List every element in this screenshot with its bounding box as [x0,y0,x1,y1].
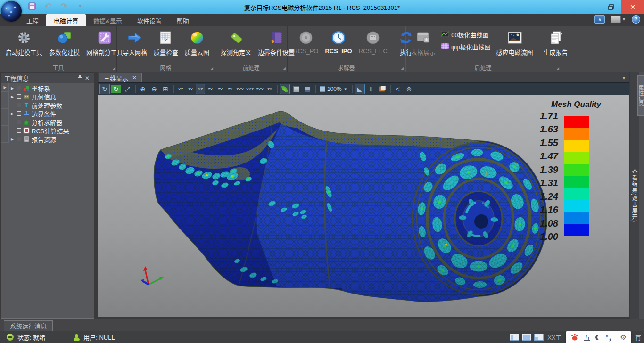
checkbox[interactable] [17,111,21,116]
refresh-view-icon[interactable]: ↻ [111,85,121,93]
display-style-dropdown-icon[interactable]: ▼ [622,17,626,22]
close-panel-icon[interactable]: ✕ [83,75,91,82]
system-messages-tab[interactable]: 系统运行消息 [4,320,53,331]
dialog-launcher-icon[interactable]: ◢ [112,66,115,71]
view-yxz-icon[interactable]: YXZ [245,84,255,94]
stop-icon[interactable]: ⊗ [404,84,414,94]
psi-polarization-curve-button[interactable]: ψψ极化曲线图 [441,42,491,51]
capture-image-icon[interactable] [377,84,388,94]
tab-em-compute[interactable]: 电磁计算 [46,14,86,26]
tree-item-rcs-results[interactable]: RCS计算结果 [9,126,94,135]
tab-data-display[interactable]: 数据&显示 [86,14,130,26]
checkbox[interactable] [17,120,21,124]
tree-item-report-resources[interactable]: ▶ 报告资源 [9,135,94,143]
table-display-button[interactable]: 表格展示 [408,28,438,58]
expand-icon[interactable]: ▶ [10,112,15,116]
tree-item-preprocess-params[interactable]: T 前处理参数 [9,101,94,109]
zoom-window-icon[interactable]: ⊞ [160,84,171,94]
properties-collapsed-tab[interactable]: 属性信息 [637,75,644,116]
share-icon[interactable]: < [393,84,403,94]
ime-settings-gear-icon[interactable]: ⚙ [620,333,627,342]
view-zx-icon[interactable]: ZX [206,84,215,94]
wireframe-mode-icon[interactable] [291,84,301,94]
tree-item-coordinate-system[interactable]: ▶ 坐标系 [9,84,94,92]
checkbox[interactable] [17,128,21,133]
shaded-mode-icon[interactable] [280,84,290,94]
checkbox[interactable] [17,103,21,107]
expand-icon[interactable]: ▶ [10,86,15,90]
ime-logo-paw-icon[interactable] [570,333,579,341]
legend-color-band [564,164,589,176]
generate-report-button[interactable]: 生成报告 [541,28,571,58]
quality-check-button[interactable]: 质量检查 [151,28,181,58]
pan-zoom-icon[interactable]: ⤢ [122,84,132,94]
points-mode-icon[interactable]: ▦ [302,84,313,94]
solver-rcs-eec-button[interactable]: RCS_EEC [356,28,390,56]
view-zy-icon[interactable]: ZY [215,84,225,94]
parameter-T-icon: T [23,102,30,108]
tree-item-geometry-info[interactable]: ▶ 几何信息 [9,92,94,101]
surface-select-icon[interactable]: ◣ [355,84,365,94]
view-xz-icon[interactable]: XZ [176,84,185,94]
theta-polarization-curve-button[interactable]: θθ极化曲线图 [441,30,491,39]
view-zx-icon[interactable]: ZX [186,84,195,94]
tab-3d-display[interactable]: 三维显示 ✕ [99,73,142,82]
pin-icon[interactable] [76,75,83,82]
restore-button[interactable] [601,0,621,14]
view-zyx-icon[interactable]: ZYX [255,84,264,94]
dialog-launcher-icon[interactable]: ◢ [210,66,213,71]
close-tab-icon[interactable]: ✕ [132,74,137,81]
expand-icon[interactable]: ▶ [10,137,15,141]
close-button[interactable]: ✕ [621,0,644,14]
dialog-launcher-icon[interactable]: ◢ [556,66,559,71]
project-info-panel: 工程信息 ✕ ▶ ▶ 坐标系 ▶ [1,73,94,318]
display-style-icon[interactable] [611,16,621,23]
curve-chart-icon [441,30,449,39]
ime-toolbar[interactable]: 五 °， ⚙ [566,331,631,343]
ime-moon-icon[interactable] [595,335,601,340]
zoom-dropdown-icon: ▼ [344,87,347,91]
detect-angle-button[interactable]: 探测角定义 [218,28,254,58]
view-zxy-icon[interactable]: ZXY [235,84,245,94]
3d-canvas[interactable]: Mesh Quality 1.711.631.551.471.391.311.2… [98,95,629,317]
tree-item-analysis-solver[interactable]: 分析求解器 [9,118,94,126]
app-logo-icon[interactable] [1,1,22,22]
view-zx-icon[interactable]: ZX [265,84,274,94]
view-zy-icon[interactable]: ZY [225,84,235,94]
solver-rcs-po-button[interactable]: RCS_PO [290,28,321,56]
tab-settings[interactable]: 软件设置 [130,14,169,26]
tab-project[interactable]: 工程 [19,14,46,26]
parametric-modeling-button[interactable]: 参数化建模 [46,28,83,58]
tree-root-expander-icon[interactable]: ▶ [1,83,8,92]
expand-icon[interactable]: ▶ [10,95,15,99]
induced-current-map-button[interactable]: 感应电磁流图 [494,28,536,58]
checkbox[interactable] [17,137,21,141]
dialog-launcher-icon[interactable]: ◢ [283,66,286,71]
quality-contour-button[interactable]: 质量云图 [182,28,212,58]
checkbox[interactable] [17,94,21,99]
help-icon[interactable]: ? [632,15,640,24]
legend-value: 1.55 [540,138,558,147]
collapse-ribbon-icon[interactable]: ∧ [594,15,605,24]
import-mesh-button[interactable]: 导入网格 [120,28,150,58]
zoom-in-icon[interactable]: ⊕ [138,84,148,94]
viewport-tab-strip: 三维显示 ✕ ▼ [98,72,629,82]
view-xz-icon[interactable]: XZ [196,84,205,94]
ime-punctuation-icon[interactable]: °， [606,332,616,342]
tab-help[interactable]: 帮助 [169,14,197,26]
tree-item-boundary-conditions[interactable]: ▶ 边界条件 [9,109,94,118]
panel-layout-bottom-icon[interactable] [534,334,544,341]
ime-mode-key[interactable]: 五 [584,332,591,342]
tab-list-dropdown-icon[interactable]: ▼ [619,76,629,82]
zoom-out-icon[interactable]: ⊖ [149,84,159,94]
panel-layout-full-icon[interactable] [522,334,531,341]
minimize-button[interactable]: — [580,0,601,14]
panel-layout-left-icon[interactable] [510,334,519,341]
dialog-launcher-icon[interactable]: ◢ [401,66,404,71]
rotate-view-icon[interactable]: ↻ [99,84,110,94]
download-view-icon[interactable]: ⇩ [366,84,376,94]
checkbox[interactable] [17,86,21,90]
launch-modeling-tool-button[interactable]: 启动建模工具 [3,28,45,58]
zoom-level-select[interactable]: 100% ▼ [318,86,349,92]
solver-rcs-ipo-button[interactable]: RCS_IPO [322,28,355,56]
